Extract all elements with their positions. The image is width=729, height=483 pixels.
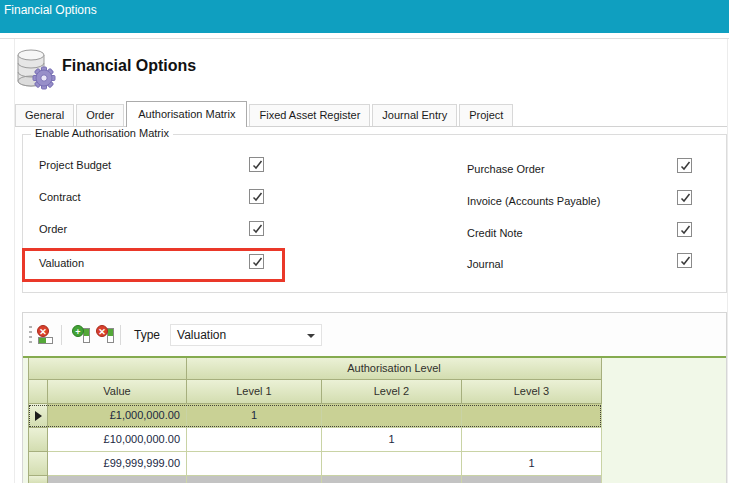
tab-project[interactable]: Project — [459, 104, 513, 126]
grid-new-row-partial — [28, 476, 602, 483]
cell-value[interactable]: £1,000,000.00 — [48, 404, 187, 428]
grid-background: Authorisation Level Value Level 1 Level … — [23, 356, 726, 483]
credit-note-label: Credit Note — [467, 224, 523, 242]
group-header-blank — [28, 358, 187, 380]
divider — [0, 38, 729, 39]
coins-gear-icon — [14, 43, 56, 91]
type-label: Type — [134, 328, 160, 342]
cell-level3[interactable] — [462, 404, 602, 428]
contract-checkbox[interactable] — [249, 189, 264, 204]
tab-journal-entry[interactable]: Journal Entry — [372, 104, 457, 126]
cell-level2[interactable]: 1 — [322, 428, 462, 452]
column-header-value[interactable]: Value — [48, 380, 187, 404]
purchase-order-label: Purchase Order — [467, 160, 545, 178]
cell-value[interactable]: £10,000,000.00 — [48, 428, 187, 452]
contract-label: Contract — [39, 188, 81, 206]
window-title: Financial Options — [0, 0, 729, 17]
remove-level-icon[interactable]: ✕ — [96, 325, 115, 344]
column-header-level2[interactable]: Level 2 — [322, 380, 462, 404]
row-header[interactable] — [28, 452, 48, 476]
panel-right-border — [727, 39, 728, 483]
cell-level1[interactable] — [187, 428, 322, 452]
toolbar-separator — [61, 325, 62, 345]
row-header[interactable] — [28, 428, 48, 452]
toolbar-grip[interactable] — [29, 326, 32, 344]
column-header-level3[interactable]: Level 3 — [462, 380, 602, 404]
type-combobox-value: Valuation — [171, 325, 321, 345]
cell-level1[interactable] — [187, 452, 322, 476]
column-header-level1[interactable]: Level 1 — [187, 380, 322, 404]
row-header-stub — [28, 380, 48, 404]
tab-general[interactable]: General — [15, 104, 74, 126]
authorisation-matrix-panel: ✕ + ✕ Type Valuation Authorisat — [22, 312, 727, 483]
cell-level1[interactable]: 1 — [187, 404, 322, 428]
delete-row-icon[interactable]: ✕ — [37, 325, 56, 344]
group-header-authorisation-level: Authorisation Level — [187, 358, 602, 380]
project-budget-checkbox[interactable] — [249, 157, 264, 172]
invoice-accounts-payable-checkbox[interactable] — [677, 190, 692, 205]
tab-authorisation-matrix[interactable]: Authorisation Matrix — [126, 101, 247, 127]
chevron-down-icon — [307, 334, 315, 338]
tabstrip: General Order Authorisation Matrix Fixed… — [15, 100, 727, 127]
valuation-highlight-box — [22, 248, 285, 282]
grid-toolbar: ✕ + ✕ Type Valuation — [23, 313, 726, 356]
grid-column-header-row: Value Level 1 Level 2 Level 3 — [28, 380, 602, 404]
purchase-order-checkbox[interactable] — [677, 158, 692, 173]
order-label: Order — [39, 220, 67, 238]
journal-checkbox[interactable] — [677, 253, 692, 268]
journal-label: Journal — [467, 255, 503, 273]
window-titlebar[interactable]: Financial Options — [0, 0, 729, 33]
project-budget-label: Project Budget — [39, 156, 111, 174]
groupbox-label: Enable Authorisation Matrix — [31, 127, 173, 139]
table-row[interactable]: £1,000,000.00 1 — [28, 404, 602, 428]
page-title: Financial Options — [62, 57, 196, 75]
cell-level3[interactable] — [462, 428, 602, 452]
tab-fixed-asset-register[interactable]: Fixed Asset Register — [249, 104, 370, 126]
current-row-indicator[interactable] — [28, 404, 48, 428]
cell-level2[interactable] — [322, 452, 462, 476]
order-checkbox[interactable] — [249, 221, 264, 236]
table-row[interactable]: £10,000,000.00 1 — [28, 428, 602, 452]
type-combobox[interactable]: Valuation — [170, 324, 322, 346]
cell-level2[interactable] — [322, 404, 462, 428]
financial-options-window: Financial Options Financial Options Gene… — [0, 0, 729, 483]
toolbar-separator — [120, 325, 121, 345]
grid-group-header-row: Authorisation Level — [28, 358, 602, 380]
add-level-icon[interactable]: + — [72, 325, 91, 344]
tab-order[interactable]: Order — [76, 104, 124, 126]
cell-level3[interactable]: 1 — [462, 452, 602, 476]
table-row[interactable]: £99,999,999.00 1 — [28, 452, 602, 476]
row-arrow-icon — [35, 411, 42, 421]
cell-value[interactable]: £99,999,999.00 — [48, 452, 187, 476]
authorisation-grid: Authorisation Level Value Level 1 Level … — [28, 358, 602, 483]
invoice-accounts-payable-label: Invoice (Accounts Payable) — [467, 192, 600, 210]
credit-note-checkbox[interactable] — [677, 222, 692, 237]
